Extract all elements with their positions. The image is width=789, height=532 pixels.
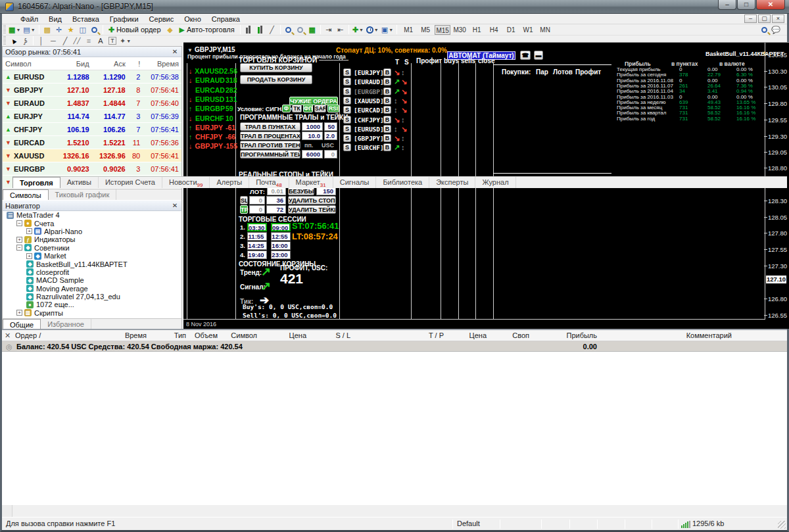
- sell-pair-button[interactable]: S: [343, 106, 351, 114]
- mw-column-header[interactable]: Аск: [92, 60, 128, 68]
- sell-pair-button[interactable]: S: [343, 97, 351, 105]
- trail-button-3[interactable]: ПРОГРАММНЫЙ ТЕЙК: [240, 150, 300, 158]
- terminal-tab-Эксперты[interactable]: Эксперты: [429, 177, 475, 188]
- terminal-tab-Новости[interactable]: Новости99: [162, 177, 210, 188]
- market-watch-row[interactable]: ▲EURUSD1.12881.1290207:56:38: [3, 70, 181, 84]
- toolbar-grip[interactable]: [3, 25, 6, 34]
- toolbar-grip[interactable]: [3, 36, 6, 45]
- terminal-icon[interactable]: ◫: [77, 24, 89, 35]
- terminal-body[interactable]: [2, 352, 787, 494]
- trail-value-1[interactable]: 6000: [302, 150, 323, 158]
- timeframe-mn[interactable]: MN: [537, 25, 553, 35]
- text-icon[interactable]: A: [95, 36, 107, 46]
- search-icon[interactable]: [758, 24, 770, 35]
- navigator-item[interactable]: ●1072 еще...: [3, 301, 181, 308]
- signal-button-Ф[interactable]: Ф: [282, 105, 291, 112]
- mdi-restore-button[interactable]: ▢: [758, 14, 771, 23]
- sell-pair-button[interactable]: S: [343, 125, 351, 133]
- timeframe-m30[interactable]: M30: [452, 25, 467, 35]
- navigator-item[interactable]: ◆Moving Average: [3, 285, 181, 293]
- tree-expand-icon[interactable]: +: [16, 310, 22, 316]
- mdi-minimize-button[interactable]: –: [744, 14, 757, 23]
- timeframe-m1[interactable]: M1: [400, 25, 416, 35]
- close-icon[interactable]: ✕: [171, 48, 179, 55]
- horizontal-line-icon[interactable]: ─: [47, 36, 59, 46]
- timeframe-m15[interactable]: M15: [435, 25, 450, 35]
- buy-pair-button[interactable]: B: [383, 68, 391, 76]
- arrows-icon[interactable]: ✦▼: [118, 36, 132, 46]
- terminal-tab-Торговля[interactable]: Торговля: [12, 177, 60, 188]
- sell-pair-button[interactable]: S: [343, 68, 351, 76]
- navigator-item[interactable]: ◆Razrulivatel 27,04,13_edu: [3, 293, 181, 301]
- phone-icon[interactable]: ☎: [520, 51, 531, 60]
- terminal-column-header[interactable]: Символ: [219, 331, 257, 339]
- vertical-line-icon[interactable]: │: [36, 36, 47, 46]
- mw-column-header[interactable]: Символ: [3, 60, 56, 68]
- navigator-item[interactable]: ◆closeprofit: [3, 268, 181, 276]
- market-watch-row[interactable]: ▼GBPJPY127.10127.18807:56:41: [3, 84, 181, 97]
- crosshair-icon[interactable]: ⨔: [19, 36, 31, 46]
- session-to[interactable]: 23:00: [271, 251, 291, 259]
- market-watch-row[interactable]: ▲CHFJPY106.19106.26707:56:41: [3, 123, 181, 136]
- navigator-item[interactable]: ☰MetaTrader 4: [3, 211, 181, 219]
- market-watch-row[interactable]: ▲EURJPY114.74114.77307:56:39: [3, 110, 181, 123]
- market-watch-row[interactable]: ▼EURCAD1.52101.52211107:56:36: [3, 136, 181, 149]
- terminal-column-header[interactable]: Комментарий: [633, 331, 732, 339]
- sl-badge[interactable]: SL: [240, 196, 248, 205]
- terminal-column-header[interactable]: Своп: [489, 331, 529, 339]
- terminal-tab-Почта[interactable]: Почта48: [249, 177, 289, 188]
- sell-basket-button[interactable]: ПРОДАТЬ КОРЗИНУ: [240, 75, 312, 84]
- buy-pair-button[interactable]: B: [383, 143, 391, 151]
- trail-value-2[interactable]: 0: [324, 150, 337, 158]
- menu-item-1[interactable]: Вид: [43, 14, 67, 24]
- market-watch-row[interactable]: ▼EURAUD1.48371.4844707:56:40: [3, 97, 181, 110]
- trail-button-0[interactable]: ТРАЛ В ПУНКТАХ: [240, 122, 300, 131]
- indicators-icon[interactable]: ✚▼: [351, 24, 365, 35]
- new-order-button[interactable]: ✚ Новый ордер: [105, 24, 164, 35]
- candlestick-chart-icon[interactable]: [254, 24, 266, 35]
- tp-value-2[interactable]: 72: [266, 205, 286, 214]
- market-watch-row[interactable]: ▼EURGBP0.90230.9026307:56:41: [3, 162, 181, 176]
- tile-windows-icon[interactable]: ▦: [306, 24, 318, 35]
- zoom-out-icon[interactable]: [295, 24, 306, 35]
- terminal-column-header[interactable]: Прибыль: [531, 331, 597, 339]
- profiles-icon[interactable]: ▤▼: [22, 24, 36, 35]
- navigator-item[interactable]: −●Счета: [3, 219, 181, 227]
- buy-basket-button[interactable]: КУПИТЬ КОРЗИНУ: [240, 63, 312, 72]
- market-watch-tab-Тиковый график[interactable]: Тиковый график: [49, 189, 117, 200]
- terminal-tab-Библиотека[interactable]: Библиотека: [376, 177, 429, 188]
- navigator-item[interactable]: +ƒИндикаторы: [3, 235, 181, 243]
- navigator-item[interactable]: +▤Alpari-Nano: [3, 228, 181, 235]
- terminal-column-header[interactable]: Тип: [153, 331, 186, 339]
- sell-pair-button[interactable]: S: [343, 78, 351, 85]
- templates-icon[interactable]: ▣▼: [380, 24, 394, 35]
- navigator-icon[interactable]: ★: [65, 24, 77, 35]
- trail-value-1[interactable]: 1000: [302, 122, 323, 131]
- menu-item-4[interactable]: Сервис: [144, 14, 179, 24]
- line-chart-icon[interactable]: ╱: [266, 24, 278, 35]
- navigator-item[interactable]: +◆Market: [3, 252, 181, 260]
- market-watch-tab-Символы[interactable]: Символы: [3, 189, 49, 200]
- terminal-tab-Алерты[interactable]: Алерты: [210, 177, 249, 188]
- buy-pair-button[interactable]: B: [383, 116, 391, 124]
- mw-column-header[interactable]: !: [128, 60, 143, 68]
- market-watch-row[interactable]: ▼XAUUSD1326.161326.968007:56:41: [3, 149, 181, 162]
- timeframe-h1[interactable]: H1: [469, 25, 485, 35]
- buy-pair-button[interactable]: B: [383, 125, 391, 133]
- tp-badge[interactable]: ТР: [240, 205, 248, 214]
- mw-column-header[interactable]: Время: [143, 60, 181, 68]
- monitor-icon[interactable]: ▬: [534, 51, 543, 60]
- market-watch-icon[interactable]: ▩: [41, 24, 53, 35]
- delete-stops-button[interactable]: УДАЛИТЬ СТОПЫ: [288, 196, 336, 205]
- terminal-column-header[interactable]: Объем: [187, 331, 218, 339]
- new-chart-icon[interactable]: ▦▼: [7, 24, 22, 35]
- cursor-icon[interactable]: ▲: [7, 36, 19, 46]
- terminal-column-header[interactable]: Цена: [258, 331, 306, 339]
- navigator-tab-Избранное[interactable]: Избранное: [41, 319, 91, 329]
- sell-pair-button[interactable]: S: [343, 134, 351, 142]
- session-to[interactable]: 16:00: [271, 241, 291, 250]
- chart-symbol-label[interactable]: ▼ GBPJPY,M15: [187, 45, 235, 53]
- minimize-button[interactable]: –: [718, 0, 736, 10]
- text-label-icon[interactable]: T: [107, 36, 118, 46]
- menu-item-6[interactable]: Справка: [206, 14, 245, 24]
